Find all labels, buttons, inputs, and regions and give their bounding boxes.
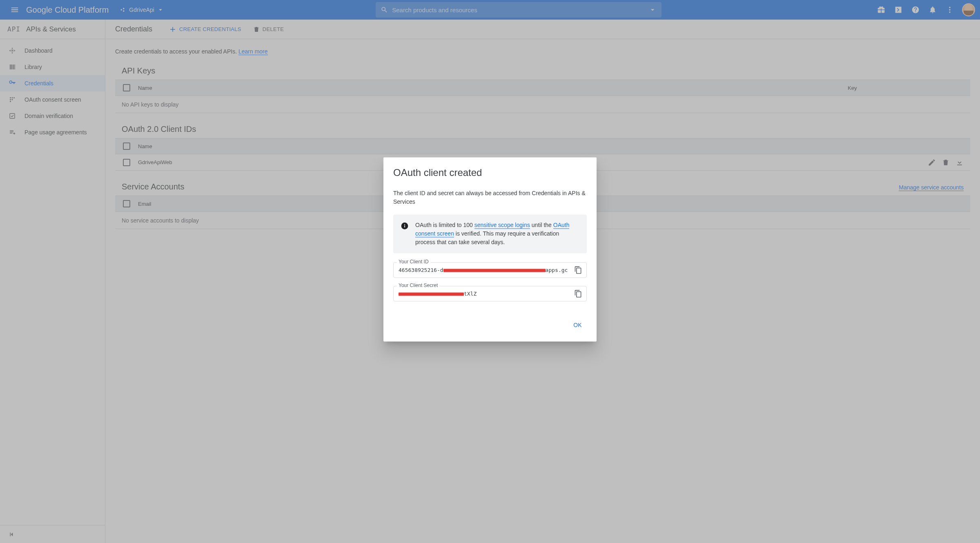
dialog-title: OAuth client created (393, 167, 587, 178)
client-secret-value[interactable]: tXlZ (399, 291, 571, 297)
svg-rect-25 (404, 225, 405, 227)
client-id-field: Your Client ID 465638925216-dapps.gc (393, 262, 587, 278)
copy-icon[interactable] (574, 266, 582, 274)
client-secret-field: Your Client Secret tXlZ (393, 286, 587, 301)
client-id-value[interactable]: 465638925216-dapps.gc (399, 267, 571, 273)
info-box: OAuth is limited to 100 sensitive scope … (393, 214, 587, 253)
sensitive-scope-link[interactable]: sensitive scope logins (474, 222, 530, 229)
info-icon (401, 222, 409, 230)
ok-button[interactable]: OK (568, 318, 587, 332)
client-id-label: Your Client ID (397, 259, 430, 265)
svg-point-24 (404, 224, 405, 225)
dialog-desc: The client ID and secret can always be a… (393, 189, 587, 206)
copy-icon[interactable] (574, 289, 582, 298)
client-secret-label: Your Client Secret (397, 283, 439, 288)
oauth-created-dialog: OAuth client created The client ID and s… (383, 157, 597, 341)
